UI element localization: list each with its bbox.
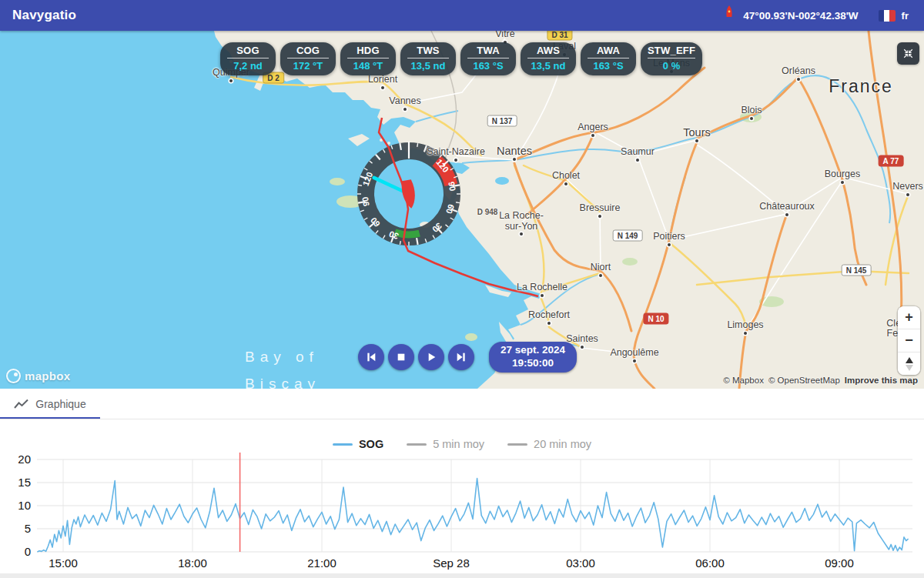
legend-item-20-min-moy[interactable]: 20 min moy [507, 438, 591, 450]
city-dot [381, 86, 384, 89]
pitch-up-icon [906, 357, 913, 363]
city-dot [668, 243, 671, 246]
skip-next-icon [455, 351, 467, 363]
badge-label: HDG [357, 45, 380, 56]
legend-swatch [333, 443, 353, 446]
badge-divider [467, 58, 509, 58]
playback-date: 27 sept. 2024 [500, 344, 565, 357]
pitch-down-icon [906, 365, 913, 371]
badge-label: AWS [537, 45, 560, 56]
collapse-arrows-icon [902, 44, 915, 63]
badge-value: 7,2 nd [233, 60, 263, 72]
french-flag-icon [879, 10, 896, 22]
boat-icon [400, 179, 417, 209]
road-shield: D 948 [474, 207, 502, 217]
compass-pointers [351, 136, 467, 252]
badge-value: 13,5 nd [411, 60, 446, 72]
skip-previous-button[interactable] [358, 344, 384, 370]
sog-chart[interactable]: 0510152015:0018:0021:00Sep 2803:0006:000… [0, 450, 924, 578]
language-selector[interactable]: fr [902, 10, 909, 22]
boat-coordinates: 47°00.93'N-002°42.38'W [743, 10, 858, 22]
svg-text:0: 0 [25, 545, 31, 558]
badge-label: COG [296, 45, 320, 56]
zoom-in-button[interactable]: + [898, 306, 920, 329]
city-dot [403, 108, 407, 111]
badge-label: STW_EFF [648, 45, 695, 56]
zoom-out-button[interactable]: − [898, 329, 920, 352]
line-chart-icon [14, 399, 29, 409]
play-button[interactable] [418, 344, 444, 370]
tab-graphique[interactable]: Graphique [0, 389, 100, 419]
city-dot [229, 79, 233, 82]
mapbox-logo-icon [6, 369, 21, 383]
app-header: Navygatio 47°00.93'N-002°42.38'W fr [0, 0, 924, 31]
city-dot [785, 213, 788, 216]
legend-swatch [507, 443, 527, 446]
city-dot [797, 78, 800, 81]
collapse-map-button[interactable] [897, 42, 919, 65]
badge-stw_eff: STW_EFF 0 % [641, 42, 702, 75]
app-title: Navygatio [12, 8, 76, 23]
badge-value: 163 °S [473, 60, 503, 72]
svg-text:09:00: 09:00 [825, 556, 854, 570]
badge-divider [527, 58, 569, 58]
skip-previous-icon [365, 351, 377, 363]
badge-divider [588, 58, 629, 58]
active-tab-indicator [0, 417, 100, 419]
road-shield: A 77 [879, 155, 904, 167]
playback-time: 19:50:00 [500, 357, 565, 370]
legend-item-5-min-moy[interactable]: 5 min moy [407, 438, 484, 450]
city-dot [520, 232, 523, 236]
map-container[interactable]: 303060609090120120 SOG 7,2 ndCOG 172 °TH… [0, 31, 924, 389]
map-attribution: © Mapbox © OpenStreetMap Improve this ma… [723, 376, 918, 385]
buoy-icon [723, 5, 735, 26]
badge-label: SOG [236, 45, 259, 56]
instrument-badges-row: SOG 7,2 ndCOG 172 °THDG 148 °TTWS 13,5 n… [220, 42, 702, 75]
mapbox-logo[interactable]: mapbox [6, 369, 70, 383]
badge-label: TWA [477, 45, 499, 56]
city-dot [599, 274, 602, 277]
road-shield: N 145 [842, 265, 872, 276]
map-zoom-controls: + − [898, 306, 920, 375]
svg-text:18:00: 18:00 [178, 556, 207, 570]
legend-label: SOG [359, 438, 383, 450]
stop-icon [395, 351, 407, 363]
chart-panel: SOG 5 min moy 20 min moy 0510152015:0018… [0, 419, 924, 578]
legend-item-sog[interactable]: SOG [333, 438, 383, 450]
road-shield: D 31 [547, 31, 572, 41]
improve-map-link[interactable]: Improve this map [845, 376, 918, 385]
svg-text:20: 20 [18, 453, 31, 466]
svg-text:21:00: 21:00 [307, 556, 336, 570]
city-dot [513, 158, 516, 161]
city-dot [633, 359, 636, 363]
playback-datetime[interactable]: 27 sept. 2024 19:50:00 [489, 342, 577, 373]
play-icon [425, 351, 437, 363]
road-shield: N 149 [613, 230, 643, 242]
badge-value: 163 °S [593, 60, 623, 72]
skip-next-button[interactable] [448, 344, 474, 370]
badge-value: 148 °T [353, 60, 383, 72]
city-dot [591, 134, 594, 137]
legend-swatch [407, 443, 427, 446]
badge-divider [287, 58, 329, 58]
badge-value: 13,5 nd [531, 60, 566, 72]
svg-text:5: 5 [25, 522, 31, 535]
city-dot [541, 294, 544, 297]
stop-button[interactable] [388, 344, 414, 370]
city-dot [636, 159, 639, 162]
road-shield: N 137 [487, 115, 517, 127]
series-sog [37, 479, 908, 552]
horizontal-scrollbar[interactable] [0, 573, 924, 578]
legend-label: 20 min moy [534, 438, 591, 450]
chart-legend: SOG 5 min moy 20 min moy [0, 438, 924, 450]
badge-value: 172 °T [293, 60, 323, 72]
badge-tws: TWS 13,5 nd [400, 42, 456, 75]
compass-pitch-button[interactable] [898, 352, 920, 375]
mapbox-attribution-link[interactable]: © Mapbox [723, 376, 764, 385]
city-dot [581, 346, 584, 349]
badge-hdg: HDG 148 °T [340, 42, 396, 75]
city-dot [906, 193, 909, 196]
city-dot [750, 117, 753, 120]
osm-attribution-link[interactable]: © OpenStreetMap [768, 376, 840, 385]
badge-label: AWA [597, 45, 620, 56]
